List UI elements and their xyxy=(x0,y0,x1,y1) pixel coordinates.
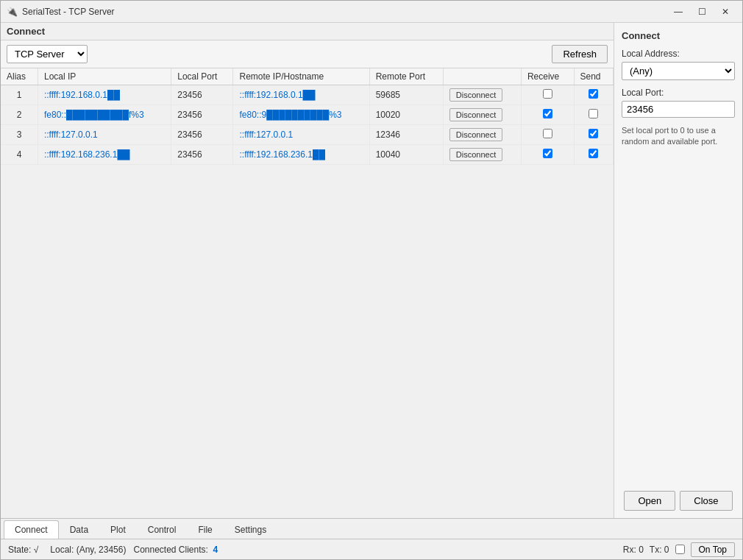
titlebar-left: 🔌 SerialTest - TCP Server xyxy=(7,7,115,17)
row-id: 4 xyxy=(1,145,38,165)
table-row: 2 fe80::██████████f%3 23456 fe80::9█████… xyxy=(1,105,614,125)
local-address-label: Local Address: xyxy=(622,49,735,59)
col-remote-port: Remote Port xyxy=(369,68,443,85)
on-top-checkbox[interactable] xyxy=(675,545,685,554)
row-local-ip: ::ffff:127.0.0.1 xyxy=(38,125,171,145)
tab-connect[interactable]: Connect xyxy=(4,520,59,539)
row-id: 1 xyxy=(1,85,38,105)
row-remote-ip: ::ffff:192.168.0.1██ xyxy=(233,85,369,105)
row-local-port: 23456 xyxy=(171,85,233,105)
content-area: Connect TCP Server TCP Client UDP Serial… xyxy=(1,23,742,518)
disconnect-button[interactable]: Disconnect xyxy=(449,128,502,141)
row-send-cell xyxy=(574,85,613,105)
disconnect-button[interactable]: Disconnect xyxy=(449,148,502,161)
row-receive-cell xyxy=(521,125,574,145)
app-title: SerialTest - TCP Server xyxy=(22,7,115,17)
row-remote-port: 10020 xyxy=(369,105,443,125)
col-alias: Alias xyxy=(1,68,38,85)
col-action xyxy=(443,68,521,85)
close-connection-button[interactable]: Close xyxy=(680,491,732,511)
receive-checkbox[interactable] xyxy=(543,129,552,138)
row-local-port: 23456 xyxy=(171,125,233,145)
right-panel: Connect Local Address: (Any) 127.0.0.1 1… xyxy=(614,23,742,518)
col-receive: Receive xyxy=(521,68,574,85)
state-label: State: √ xyxy=(8,545,38,555)
right-panel-title: Connect xyxy=(622,30,735,41)
tab-plot[interactable]: Plot xyxy=(99,520,137,539)
local-port-label: Local Port: xyxy=(622,88,735,98)
tab-file[interactable]: File xyxy=(187,520,223,539)
on-top-button[interactable]: On Top xyxy=(691,542,735,557)
table-row: 1 ::ffff:192.168.0.1██ 23456 ::ffff:192.… xyxy=(1,85,614,105)
row-remote-ip: ::ffff:127.0.0.1 xyxy=(233,125,369,145)
table-row: 3 ::ffff:127.0.0.1 23456 ::ffff:127.0.0.… xyxy=(1,125,614,145)
receive-checkbox[interactable] xyxy=(543,149,552,158)
disconnect-button[interactable]: Disconnect xyxy=(449,88,502,102)
tx-label: Tx: 0 xyxy=(650,545,669,555)
receive-checkbox[interactable] xyxy=(543,89,552,99)
table-header-row: Alias Local IP Local Port Remote IP/Host… xyxy=(1,68,614,85)
titlebar-controls: — ☐ ✕ xyxy=(667,4,736,20)
status-bar: State: √ Local: (Any, 23456) Connected C… xyxy=(1,539,742,559)
connections-table-container: Alias Local IP Local Port Remote IP/Host… xyxy=(1,68,614,518)
left-content: Connect TCP Server TCP Client UDP Serial… xyxy=(1,23,614,518)
bottom-tabs: Connect Data Plot Control File Settings xyxy=(1,518,742,539)
close-button[interactable]: ✕ xyxy=(714,4,736,20)
row-remote-port: 12346 xyxy=(369,125,443,145)
row-local-port: 23456 xyxy=(171,145,233,165)
connected-count: 4 xyxy=(213,545,218,555)
row-receive-cell xyxy=(521,85,574,105)
row-remote-port: 59685 xyxy=(369,85,443,105)
table-row: 4 ::ffff:192.168.236.1██ 23456 ::ffff:19… xyxy=(1,145,614,165)
local-address-select[interactable]: (Any) 127.0.0.1 192.168.0.1 xyxy=(622,62,735,80)
titlebar: 🔌 SerialTest - TCP Server — ☐ ✕ xyxy=(1,1,742,23)
row-send-cell xyxy=(574,105,613,125)
row-local-port: 23456 xyxy=(171,105,233,125)
row-disconnect-cell: Disconnect xyxy=(443,145,521,165)
row-disconnect-cell: Disconnect xyxy=(443,105,521,125)
rx-label: Rx: 0 xyxy=(623,545,644,555)
status-right: Rx: 0 Tx: 0 On Top xyxy=(623,542,735,557)
receive-checkbox[interactable] xyxy=(543,109,552,118)
col-local-ip: Local IP xyxy=(38,68,171,85)
panel-header: Connect xyxy=(1,23,614,40)
refresh-button[interactable]: Refresh xyxy=(552,45,608,63)
send-checkbox[interactable] xyxy=(589,89,598,99)
local-port-input[interactable] xyxy=(622,101,735,118)
connection-type-select[interactable]: TCP Server TCP Client UDP Serial xyxy=(7,45,88,63)
row-local-ip: ::ffff:192.168.236.1██ xyxy=(38,145,171,165)
app-icon: 🔌 xyxy=(7,7,18,17)
send-checkbox[interactable] xyxy=(589,149,598,158)
disconnect-button[interactable]: Disconnect xyxy=(449,108,502,121)
col-remote-ip: Remote IP/Hostname xyxy=(233,68,369,85)
row-remote-ip: ::ffff:192.168.236.1██ xyxy=(233,145,369,165)
status-left: State: √ Local: (Any, 23456) Connected C… xyxy=(8,545,623,555)
row-remote-ip: fe80::9██████████%3 xyxy=(233,105,369,125)
right-panel-buttons: Open Close xyxy=(622,491,735,511)
row-send-cell xyxy=(574,125,613,145)
row-disconnect-cell: Disconnect xyxy=(443,85,521,105)
local-info: Local: (Any, 23456) Connected Clients: 4 xyxy=(50,545,218,555)
col-local-port: Local Port xyxy=(171,68,233,85)
row-local-ip: ::ffff:192.168.0.1██ xyxy=(38,85,171,105)
send-checkbox[interactable] xyxy=(589,129,598,138)
maximize-button[interactable]: ☐ xyxy=(691,4,713,20)
send-checkbox[interactable] xyxy=(589,109,598,118)
row-id: 3 xyxy=(1,125,38,145)
minimize-button[interactable]: — xyxy=(667,4,689,20)
port-hint-text: Set local port to 0 to use a random and … xyxy=(622,125,735,148)
row-id: 2 xyxy=(1,105,38,125)
row-receive-cell xyxy=(521,145,574,165)
toolbar: TCP Server TCP Client UDP Serial Refresh xyxy=(1,40,614,68)
row-receive-cell xyxy=(521,105,574,125)
row-disconnect-cell: Disconnect xyxy=(443,125,521,145)
tab-data[interactable]: Data xyxy=(59,520,99,539)
tab-control[interactable]: Control xyxy=(137,520,188,539)
row-send-cell xyxy=(574,145,613,165)
row-remote-port: 10040 xyxy=(369,145,443,165)
col-send: Send xyxy=(574,68,613,85)
open-button[interactable]: Open xyxy=(624,491,675,511)
connections-table: Alias Local IP Local Port Remote IP/Host… xyxy=(1,68,614,165)
tab-settings[interactable]: Settings xyxy=(224,520,277,539)
row-local-ip: fe80::██████████f%3 xyxy=(38,105,171,125)
